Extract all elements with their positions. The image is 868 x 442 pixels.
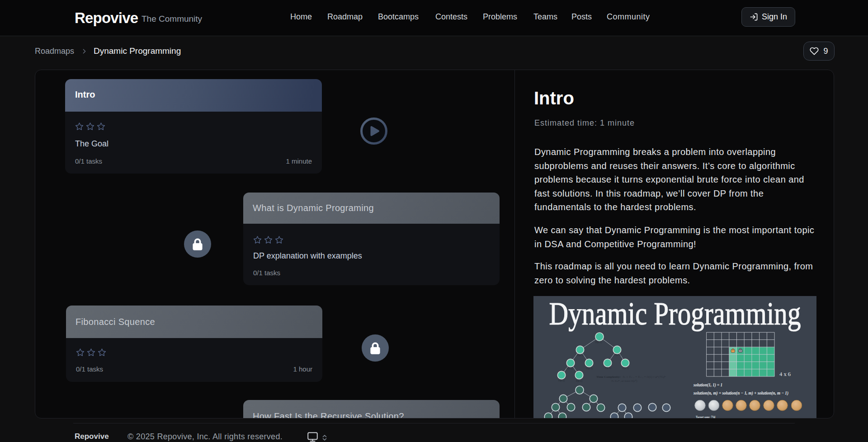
svg-text:Dynamic Programming: Dynamic Programming (549, 296, 801, 332)
svg-text:solution(1, 1) = 1: solution(1, 1) = 1 (693, 382, 722, 388)
svg-text:F(k-1): F(k-1) (614, 353, 621, 357)
svg-text:Tₖ 0.2ⁿ ₂ at least O(2⁹): Tₖ 0.2ⁿ ₂ at least O(2⁹) (611, 379, 637, 383)
svg-text:4 x 6: 4 x 6 (779, 371, 791, 377)
svg-text:F(k-2): F(k-2) (623, 367, 629, 370)
svg-text:solution(n, m) = solution(n −: solution(n, m) = solution(n − 1, m) + so… (693, 390, 788, 396)
svg-text:Time Complexity:: Time Complexity: (596, 375, 621, 379)
svg-text:F(k-2): F(k-2) (566, 367, 573, 370)
svg-text:Target sum: 734: Target sum: 734 (696, 415, 716, 418)
svg-text:F(k-1): F(k-1) (595, 341, 602, 344)
svg-text:F(k-2): F(k-2) (576, 380, 582, 383)
svg-text:F(k-2): F(k-2) (586, 367, 593, 370)
svg-text:F(k-2): F(k-2) (605, 367, 611, 370)
svg-text:Tₖ = Tₖ₋₁ + Tₖ₋₂ + O(1) ≈ φⁿ·: Tₖ = Tₖ₋₁ + Tₖ₋₂ + O(1) ≈ φⁿ·(⅒)ⁿ (623, 375, 666, 379)
svg-text:F(k-2): F(k-2) (558, 379, 565, 382)
svg-text:F(k-1): F(k-1) (577, 354, 584, 357)
